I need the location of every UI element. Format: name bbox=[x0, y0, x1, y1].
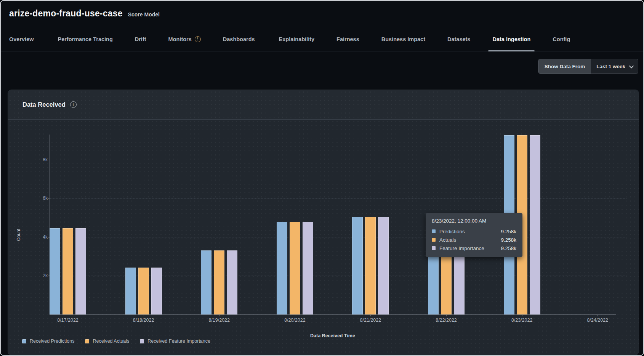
tab-label: Explainability bbox=[279, 36, 314, 42]
bar-received-feature-importance[interactable] bbox=[530, 135, 540, 314]
tab-performance-tracing[interactable]: Performance Tracing bbox=[47, 27, 124, 51]
bar-received-feature-importance[interactable] bbox=[378, 217, 389, 314]
y-axis-title: Count bbox=[16, 216, 21, 254]
x-tick bbox=[370, 315, 371, 316]
tooltip-color-chip bbox=[432, 238, 436, 242]
x-tick-label: 8/17/2022 bbox=[45, 318, 91, 323]
bar-received-feature-importance[interactable] bbox=[75, 228, 86, 314]
x-axis bbox=[50, 314, 616, 315]
legend-item-received-predictions[interactable]: Received Predictions bbox=[22, 338, 74, 344]
legend-label: Received Feature Importance bbox=[147, 338, 210, 344]
bar-group-8/20/2022 bbox=[277, 135, 313, 314]
bar-received-actuals[interactable] bbox=[290, 222, 300, 314]
bar-received-feature-importance[interactable] bbox=[303, 222, 313, 314]
tooltip-date: 8/23/2022, 12:00:00 AM bbox=[432, 218, 516, 224]
page-title: arize-demo-fraud-use-case bbox=[9, 8, 123, 19]
tab-label: Overview bbox=[9, 36, 34, 42]
tab-label: Business Impact bbox=[381, 36, 425, 42]
bar-received-predictions[interactable] bbox=[125, 268, 136, 314]
tooltip-series-value: 9.258k bbox=[501, 237, 516, 243]
x-axis-title: Data Received Time bbox=[295, 333, 371, 338]
tab-label: Dashboards bbox=[223, 36, 255, 42]
tooltip-rows: Predictions9.258kActuals9.258kFeature Im… bbox=[432, 227, 516, 252]
x-tick-label: 8/20/2022 bbox=[272, 318, 318, 323]
bar-group-8/19/2022 bbox=[201, 135, 237, 314]
info-icon[interactable]: i bbox=[70, 101, 77, 108]
x-tick-label: 8/23/2022 bbox=[499, 318, 545, 323]
tab-explainability[interactable]: Explainability bbox=[268, 27, 325, 51]
legend-item-received-actuals[interactable]: Received Actuals bbox=[85, 338, 129, 344]
tab-divider bbox=[46, 33, 46, 46]
show-data-from-label: Show Data From bbox=[538, 59, 591, 74]
bar-received-predictions[interactable] bbox=[201, 250, 211, 314]
x-tick-label: 8/21/2022 bbox=[348, 318, 393, 323]
x-tick bbox=[219, 315, 219, 316]
bar-received-actuals[interactable] bbox=[138, 268, 149, 314]
x-tick-label: 8/18/2022 bbox=[121, 318, 167, 323]
bar-received-predictions[interactable] bbox=[352, 217, 363, 314]
x-tick-label: 8/22/2022 bbox=[423, 318, 469, 323]
legend-item-received-feature-importance[interactable]: Received Feature Importance bbox=[140, 338, 210, 344]
bar-received-actuals[interactable] bbox=[62, 228, 73, 314]
tab-business-impact[interactable]: Business Impact bbox=[370, 27, 436, 51]
y-tick-label: 6k bbox=[32, 196, 48, 201]
tooltip-series-label: Feature Importance bbox=[439, 245, 497, 251]
legend-color-chip bbox=[85, 339, 89, 343]
tab-overview[interactable]: Overview bbox=[9, 27, 45, 51]
filter-row: Show Data From Last 1 week bbox=[1, 51, 643, 90]
model-tab-bar: OverviewPerformance TracingDriftMonitors… bbox=[1, 27, 643, 51]
legend-color-chip bbox=[22, 339, 26, 343]
tooltip-row: Feature Importance9.258k bbox=[432, 244, 516, 252]
bar-group-8/18/2022 bbox=[125, 135, 162, 314]
tooltip-color-chip bbox=[432, 246, 436, 250]
bar-chart: Count Data Received Time Received Predic… bbox=[8, 120, 639, 355]
time-range-control[interactable]: Show Data From Last 1 week bbox=[538, 59, 638, 74]
x-tick bbox=[522, 315, 522, 316]
y-tick-label: 2k bbox=[32, 273, 48, 278]
x-tick-label: 8/19/2022 bbox=[196, 318, 242, 323]
tab-monitors[interactable]: Monitors! bbox=[157, 27, 212, 51]
bar-received-feature-importance[interactable] bbox=[151, 268, 162, 314]
tab-fairness[interactable]: Fairness bbox=[325, 27, 370, 51]
bar-received-feature-importance[interactable] bbox=[227, 250, 237, 314]
tooltip-series-label: Actuals bbox=[439, 237, 497, 243]
tab-divider bbox=[267, 33, 267, 46]
model-header: arize-demo-fraud-use-case Score Model bbox=[1, 1, 643, 27]
tooltip-row: Actuals9.258k bbox=[432, 236, 516, 244]
tab-drift[interactable]: Drift bbox=[124, 27, 157, 51]
time-range-dropdown[interactable]: Last 1 week bbox=[591, 59, 638, 74]
bar-received-actuals[interactable] bbox=[214, 250, 224, 314]
tab-datasets[interactable]: Datasets bbox=[436, 27, 481, 51]
legend-label: Received Predictions bbox=[30, 338, 74, 344]
tab-data-ingestion[interactable]: Data Ingestion bbox=[481, 27, 541, 51]
app-window: arize-demo-fraud-use-case Score Model Ov… bbox=[0, 0, 644, 356]
x-tick-label: 8/24/2022 bbox=[575, 318, 620, 323]
card-title: Data Received bbox=[22, 101, 66, 108]
legend-color-chip bbox=[140, 339, 144, 343]
tab-dashboards[interactable]: Dashboards bbox=[212, 27, 266, 51]
x-tick bbox=[446, 315, 447, 316]
tab-label: Monitors bbox=[168, 36, 192, 42]
card-header: Data Received i bbox=[8, 90, 639, 120]
chart-tooltip: 8/23/2022, 12:00:00 AM Predictions9.258k… bbox=[426, 213, 522, 257]
tooltip-row: Predictions9.258k bbox=[432, 227, 516, 236]
tab-label: Data Ingestion bbox=[492, 36, 530, 42]
bar-received-predictions[interactable] bbox=[277, 222, 287, 314]
tab-config[interactable]: Config bbox=[541, 27, 581, 51]
bar-group-8/21/2022 bbox=[352, 135, 389, 314]
tab-label: Fairness bbox=[336, 36, 359, 42]
chevron-down-icon bbox=[629, 63, 634, 68]
bar-received-predictions[interactable] bbox=[50, 228, 60, 314]
x-tick bbox=[68, 315, 68, 316]
bar-received-actuals[interactable] bbox=[365, 217, 376, 314]
tab-label: Config bbox=[553, 36, 570, 42]
time-range-value: Last 1 week bbox=[596, 64, 625, 69]
tooltip-series-label: Predictions bbox=[439, 229, 497, 234]
y-tick-label: 4k bbox=[32, 234, 48, 240]
legend-label: Received Actuals bbox=[93, 338, 129, 344]
model-type-label: Score Model bbox=[128, 11, 160, 18]
tooltip-series-value: 9.258k bbox=[501, 229, 516, 234]
warning-icon: ! bbox=[195, 36, 201, 42]
tab-label: Performance Tracing bbox=[58, 36, 113, 42]
tooltip-series-value: 9.258k bbox=[501, 245, 516, 251]
